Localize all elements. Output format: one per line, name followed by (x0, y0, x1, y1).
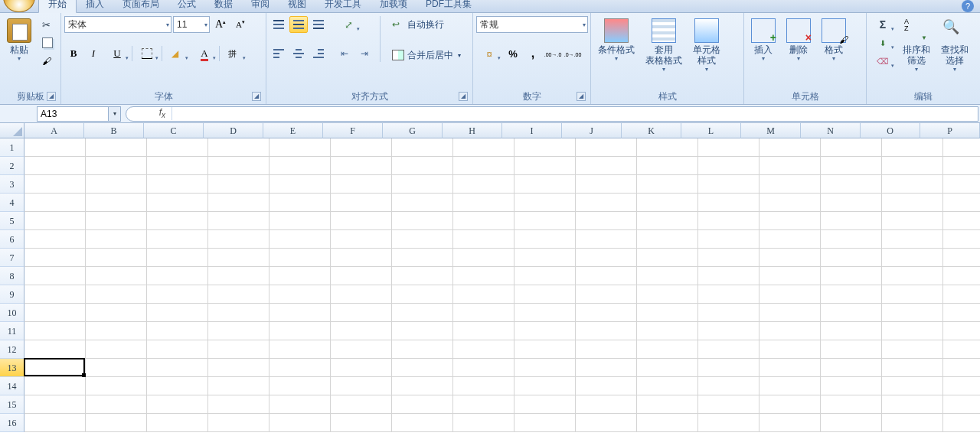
cell[interactable] (514, 340, 576, 359)
cell[interactable] (331, 230, 392, 249)
cell[interactable] (24, 304, 86, 322)
cell[interactable] (86, 194, 147, 212)
cell[interactable] (392, 359, 453, 377)
cell[interactable] (392, 157, 453, 175)
cell[interactable] (453, 175, 514, 194)
alignment-dialog-launcher[interactable]: ◢ (459, 92, 468, 101)
cell[interactable] (882, 138, 943, 157)
cell[interactable] (882, 377, 943, 395)
cell[interactable] (392, 414, 453, 432)
cell[interactable] (24, 267, 86, 285)
underline-button[interactable]: ▾ (104, 45, 130, 62)
italic-button[interactable] (84, 45, 103, 62)
cell[interactable] (514, 377, 576, 395)
cell[interactable] (943, 194, 980, 212)
cell[interactable] (392, 194, 453, 212)
col-header-O[interactable]: O (861, 123, 920, 138)
cell[interactable] (882, 285, 943, 304)
cell[interactable] (514, 212, 576, 230)
cell[interactable] (270, 322, 331, 340)
cell[interactable] (86, 322, 147, 340)
cell[interactable] (760, 194, 821, 212)
cell[interactable] (86, 157, 147, 175)
cell[interactable] (698, 285, 760, 304)
row-header-15[interactable]: 15 (0, 395, 24, 414)
cell[interactable] (86, 414, 147, 432)
fill-color-button[interactable]: ▾ (164, 45, 190, 62)
cell[interactable] (453, 304, 514, 322)
cell[interactable] (637, 395, 698, 414)
cell[interactable] (514, 175, 576, 194)
cell[interactable] (576, 230, 637, 249)
help-icon[interactable]: ? (962, 0, 974, 12)
cell[interactable] (86, 304, 147, 322)
cell[interactable] (270, 249, 331, 267)
cells-area[interactable] (24, 138, 980, 432)
cell[interactable] (698, 267, 760, 285)
cell[interactable] (821, 377, 882, 395)
cell[interactable] (514, 249, 576, 267)
col-header-D[interactable]: D (204, 123, 263, 138)
cell[interactable] (882, 304, 943, 322)
cell[interactable] (331, 359, 392, 377)
find-select-button[interactable]: 查找和 选择 (937, 16, 972, 75)
autosum-button[interactable]: ▾ (870, 16, 896, 33)
cell[interactable] (882, 230, 943, 249)
row-header-8[interactable]: 8 (0, 267, 24, 285)
cell[interactable] (331, 340, 392, 359)
cell[interactable] (698, 249, 760, 267)
cell[interactable] (453, 285, 514, 304)
cell[interactable] (760, 157, 821, 175)
cell[interactable] (453, 377, 514, 395)
row-header-16[interactable]: 16 (0, 414, 24, 432)
cell[interactable] (637, 175, 698, 194)
cell[interactable] (270, 340, 331, 359)
fx-button[interactable]: fx (126, 107, 172, 119)
format-painter-button[interactable] (38, 53, 57, 70)
col-header-P[interactable]: P (920, 123, 980, 138)
cell[interactable] (208, 340, 270, 359)
cell[interactable] (208, 157, 270, 175)
cell[interactable] (86, 395, 147, 414)
cell[interactable] (208, 175, 270, 194)
percent-button[interactable] (504, 45, 522, 62)
cell[interactable] (698, 230, 760, 249)
cell[interactable] (760, 377, 821, 395)
cell[interactable] (86, 175, 147, 194)
cell[interactable] (331, 249, 392, 267)
cell[interactable] (943, 285, 980, 304)
format-cells-button[interactable]: 格式 (818, 16, 850, 64)
cell[interactable] (576, 414, 637, 432)
cell[interactable] (392, 340, 453, 359)
cell[interactable] (453, 194, 514, 212)
cell[interactable] (208, 267, 270, 285)
cell[interactable] (760, 138, 821, 157)
cell[interactable] (453, 340, 514, 359)
copy-button[interactable] (38, 34, 57, 51)
cell[interactable] (576, 249, 637, 267)
cell[interactable] (86, 230, 147, 249)
cell[interactable] (514, 304, 576, 322)
cell-styles-button[interactable]: 单元格 样式 (689, 16, 724, 75)
col-header-L[interactable]: L (681, 123, 741, 138)
cell[interactable] (943, 249, 980, 267)
cell[interactable] (943, 414, 980, 432)
cell[interactable] (943, 377, 980, 395)
cell[interactable] (392, 377, 453, 395)
cell[interactable] (821, 304, 882, 322)
cell[interactable] (24, 230, 86, 249)
cell[interactable] (86, 138, 147, 157)
row-header-1[interactable]: 1 (0, 138, 24, 157)
align-middle-button[interactable] (289, 16, 308, 33)
cell[interactable] (576, 322, 637, 340)
cell[interactable] (698, 322, 760, 340)
cell[interactable] (24, 414, 86, 432)
cell[interactable] (514, 359, 576, 377)
cell[interactable] (514, 157, 576, 175)
cell[interactable] (24, 175, 86, 194)
col-header-A[interactable]: A (24, 123, 84, 138)
cell[interactable] (637, 249, 698, 267)
cell[interactable] (331, 267, 392, 285)
cell[interactable] (453, 322, 514, 340)
cell[interactable] (270, 230, 331, 249)
